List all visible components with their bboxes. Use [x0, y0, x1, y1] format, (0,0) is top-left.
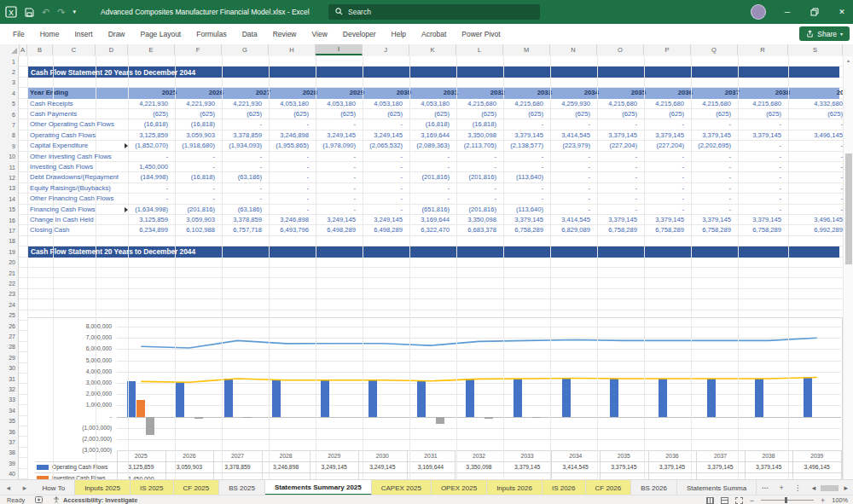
column-header-O[interactable]: O: [597, 44, 644, 55]
cell-value[interactable]: -: [499, 152, 543, 162]
cash-flow-chart-object[interactable]: 8,000,0007,000,0006,000,0005,000,0004,00…: [27, 317, 843, 504]
row-header-9[interactable]: 9: [0, 143, 15, 150]
cell-value[interactable]: -: [640, 183, 684, 194]
ribbon-tab-draw[interactable]: Draw: [101, 24, 133, 44]
cell-value[interactable]: -: [640, 194, 684, 204]
row-label-equity-raisings-buybacks-[interactable]: Equity Raisings/(Buybacks): [30, 183, 111, 194]
select-all-button[interactable]: [0, 44, 20, 55]
cell-value[interactable]: -: [311, 194, 356, 204]
year-header-row[interactable]: Year Ending20252026202720282029203020312…: [27, 88, 839, 98]
row-header-10[interactable]: 10: [0, 154, 15, 160]
row-label-financing-cash-flows[interactable]: Financing Cash Flows: [30, 205, 96, 215]
cell-value[interactable]: (16,818): [124, 119, 168, 130]
column-header-D[interactable]: D: [96, 44, 128, 55]
cell-value[interactable]: (223,979): [546, 141, 590, 151]
cell-value[interactable]: -: [264, 172, 309, 182]
cell-value[interactable]: (625): [311, 109, 356, 119]
column-header-E[interactable]: E: [128, 44, 175, 55]
cell-value[interactable]: -: [546, 172, 590, 182]
cell-value[interactable]: -: [798, 183, 843, 194]
cell-value[interactable]: (63,186): [218, 172, 262, 182]
ribbon-tab-power-pivot[interactable]: Power Pivot: [454, 24, 508, 44]
cell-value[interactable]: -: [798, 172, 843, 182]
new-sheet-button[interactable]: +: [774, 480, 788, 495]
row-header-38[interactable]: 38: [0, 449, 15, 456]
cell-value[interactable]: (625): [687, 109, 731, 119]
cell-value[interactable]: 4,215,680: [452, 99, 496, 109]
cell-value[interactable]: 3,125,859: [124, 215, 168, 225]
cell-value[interactable]: (113,640): [499, 172, 543, 182]
column-header-P[interactable]: P: [644, 44, 691, 55]
cell-value[interactable]: -: [218, 162, 262, 172]
sheet-tab-is-2025[interactable]: IS 2025: [131, 480, 174, 495]
zoom-slider-thumb[interactable]: [785, 497, 787, 503]
cell-value[interactable]: 6,498,289: [358, 225, 403, 235]
ribbon-tab-acrobat[interactable]: Acrobat: [414, 24, 454, 44]
cell-value[interactable]: 4,053,180: [311, 99, 356, 109]
row-header-15[interactable]: 15: [0, 206, 15, 213]
sheet-tab-opex-2025[interactable]: OPEX 2025: [432, 480, 487, 495]
user-avatar[interactable]: [751, 4, 766, 20]
undo-icon[interactable]: ↶: [42, 5, 49, 19]
cell-value[interactable]: 4,221,930: [218, 99, 262, 109]
ribbon-tab-formulas[interactable]: Formulas: [189, 24, 234, 44]
row-header-34[interactable]: 34: [0, 408, 15, 414]
cell-value[interactable]: -: [311, 172, 356, 182]
cell-value[interactable]: -: [405, 183, 450, 194]
tab-overflow-ellipsis[interactable]: •••: [757, 480, 774, 495]
row-header-39[interactable]: 39: [0, 461, 15, 467]
cell-value[interactable]: 3,249,145: [311, 215, 356, 225]
row-header-1[interactable]: 1: [0, 59, 15, 66]
cell-value[interactable]: 6,758,289: [687, 225, 731, 235]
cell-value[interactable]: -: [593, 172, 637, 182]
cell-value[interactable]: (1,934,093): [218, 141, 262, 151]
cell-value[interactable]: -: [171, 162, 215, 172]
cell-value[interactable]: 3,350,098: [452, 215, 496, 225]
row-label-debt-drawdowns-repayment[interactable]: Debt Drawdowns/(Repayment: [30, 172, 119, 182]
row-header-32[interactable]: 32: [0, 386, 15, 393]
row-header-40[interactable]: 40: [0, 471, 15, 478]
accessibility-status[interactable]: Accessibility: Investigate: [63, 496, 137, 504]
cell-value[interactable]: 3,379,145: [737, 130, 781, 141]
column-header-L[interactable]: L: [456, 44, 503, 55]
ribbon-tab-review[interactable]: Review: [265, 24, 305, 44]
cell-value[interactable]: 1,450,000: [124, 162, 168, 172]
column-header-S[interactable]: S: [788, 44, 843, 55]
row-header-6[interactable]: 6: [0, 112, 15, 119]
hscroll-left-icon[interactable]: ◂: [807, 480, 821, 495]
cell-value[interactable]: (1,978,090): [311, 141, 356, 151]
restore-button[interactable]: [809, 6, 821, 18]
cell-value[interactable]: 6,758,289: [593, 225, 637, 235]
cell-value[interactable]: (1,918,680): [171, 141, 215, 151]
cell-value[interactable]: -: [218, 183, 262, 194]
sheet-tab-bs-2025[interactable]: BS 2025: [219, 480, 265, 495]
row-header-12[interactable]: 12: [0, 175, 15, 182]
cell-value[interactable]: -: [640, 205, 684, 215]
cell-value[interactable]: -: [171, 152, 215, 162]
row-header-19[interactable]: 19: [0, 249, 15, 256]
cell-value[interactable]: 6,322,470: [405, 225, 450, 235]
qat-customize-icon[interactable]: ▾: [73, 5, 76, 19]
cell-value[interactable]: 3,059,903: [171, 130, 215, 141]
row-label-investing-cash-flows[interactable]: Investing Cash Flows: [30, 162, 93, 172]
cell-value[interactable]: -: [218, 152, 262, 162]
row-header-30[interactable]: 30: [0, 365, 15, 372]
cell-value[interactable]: -: [311, 162, 356, 172]
page-layout-view-button[interactable]: [721, 497, 728, 504]
redo-icon[interactable]: ↷: [57, 5, 65, 19]
cell-value[interactable]: -: [452, 162, 496, 172]
column-header-J[interactable]: J: [363, 44, 409, 55]
cell-value[interactable]: (1,852,070): [124, 141, 168, 151]
cell-value[interactable]: 4,259,930: [546, 99, 590, 109]
cell-value[interactable]: -: [264, 183, 309, 194]
cell-value[interactable]: (16,818): [452, 119, 496, 130]
row-label-other-financing-cash-flows[interactable]: Other Financing Cash Flows: [30, 194, 113, 204]
cell-value[interactable]: -: [452, 183, 496, 194]
cell-value[interactable]: (2,138,577): [499, 141, 543, 151]
cell-value[interactable]: 4,221,930: [171, 99, 215, 109]
row-header-7[interactable]: 7: [0, 122, 15, 129]
cell-value[interactable]: (625): [405, 109, 450, 119]
cell-value[interactable]: -: [687, 183, 731, 194]
column-header-K[interactable]: K: [409, 44, 456, 55]
cell-value[interactable]: 6,758,289: [737, 225, 781, 235]
